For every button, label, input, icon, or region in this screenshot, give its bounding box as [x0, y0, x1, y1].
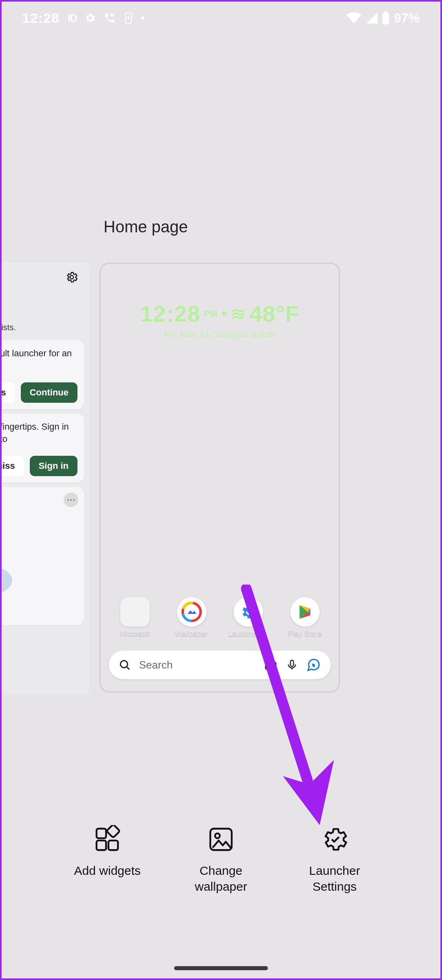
status-bar: 12:28 ID 97%	[2, 2, 440, 34]
app-label: Launcher …	[224, 630, 273, 638]
widget-ampm: PM	[204, 309, 218, 319]
folder-icon	[120, 597, 150, 627]
gear-icon[interactable]	[65, 271, 78, 285]
gear-icon	[84, 12, 96, 24]
phone-incoming-icon	[104, 12, 116, 24]
svg-point-11	[269, 664, 273, 668]
bing-chat-icon[interactable]	[306, 658, 321, 672]
glance-card-default-launcher: ult launcher for an miss Continue	[0, 340, 84, 409]
page-title: Home page	[104, 218, 188, 236]
wallpaper-icon	[177, 597, 206, 627]
app-label: Wallpaper	[167, 630, 216, 638]
launcher-settings-icon	[234, 597, 263, 627]
svg-point-3	[70, 276, 74, 279]
svg-rect-10	[265, 662, 276, 669]
app-launcher-settings[interactable]: Launcher …	[224, 597, 273, 638]
svg-rect-12	[290, 660, 294, 667]
card-text: ult launcher for an	[0, 347, 77, 360]
continue-button[interactable]: Continue	[21, 382, 77, 403]
svg-point-9	[120, 660, 128, 668]
search-placeholder: Search	[139, 659, 256, 671]
app-label: Play Store	[281, 630, 329, 638]
glance-card-signin: fingertips. Sign in to ismiss Sign in	[0, 413, 84, 483]
wallpaper-icon	[207, 825, 235, 854]
svg-rect-16	[106, 825, 120, 838]
separator-dot-icon: •	[221, 305, 228, 323]
svg-point-18	[215, 833, 220, 838]
glance-subheading: ents, and to-do lists.	[0, 323, 16, 332]
app-label: Microsoft	[110, 630, 159, 638]
settings-gear-icon	[320, 825, 349, 854]
play-store-icon	[290, 597, 320, 627]
id-icon: ID	[68, 12, 77, 24]
svg-rect-13	[97, 829, 106, 838]
widget-time: 12:28	[140, 300, 200, 327]
add-widgets-button[interactable]: Add widgets	[56, 825, 158, 894]
search-icon	[119, 659, 131, 671]
action-label: Change wallpaper	[170, 863, 272, 894]
svg-point-4	[0, 566, 12, 595]
widgets-icon	[93, 825, 122, 854]
card-text: fingertips. Sign in to	[0, 421, 77, 445]
app-play-store[interactable]: Play Store	[281, 597, 329, 638]
notification-dot-icon	[141, 16, 144, 20]
dismiss-button[interactable]: miss	[0, 382, 15, 403]
signin-button[interactable]: Sign in	[30, 456, 77, 476]
action-label: Add widgets	[56, 863, 158, 878]
more-icon[interactable]: ⋯	[64, 492, 78, 507]
app-wallpaper[interactable]: Wallpaper	[167, 597, 216, 638]
home-edit-actions: Add widgets Change wallpaper Launcher Se…	[2, 825, 440, 894]
search-bar[interactable]: Search	[109, 651, 331, 679]
weather-fog-icon: ≋	[231, 305, 246, 323]
action-label: Launcher Settings	[284, 863, 386, 894]
status-clock: 12:28	[22, 10, 60, 26]
download-update-icon	[123, 11, 134, 24]
change-wallpaper-button[interactable]: Change wallpaper	[170, 825, 272, 894]
widget-date-location: Fri, Nov 24 Srinagar South	[101, 329, 339, 340]
app-microsoft-folder[interactable]: Microsoft	[110, 597, 159, 638]
svg-rect-14	[97, 841, 106, 850]
app-dock: Microsoft Wallpaper Launcher … Play Stor…	[101, 597, 339, 638]
glance-pane[interactable]: on ents, and to-do lists. ult launcher f…	[0, 263, 90, 695]
battery-percent: 97%	[394, 11, 420, 26]
svg-rect-15	[108, 841, 118, 850]
signal-icon	[365, 12, 378, 24]
camera-icon[interactable]	[264, 658, 278, 672]
mic-icon[interactable]	[286, 658, 298, 672]
weather-clock-widget[interactable]: 12:28PM • ≋48°F Fri, Nov 24 Srinagar Sou…	[101, 300, 339, 340]
launcher-settings-button[interactable]: Launcher Settings	[284, 825, 386, 894]
calendar-illustration-icon	[0, 540, 16, 597]
dismiss-button[interactable]: ismiss	[0, 456, 24, 476]
wifi-icon	[347, 12, 361, 24]
home-screen-preview[interactable]: 12:28PM • ≋48°F Fri, Nov 24 Srinagar Sou…	[99, 263, 340, 693]
battery-icon	[382, 11, 390, 25]
svg-rect-1	[382, 13, 389, 24]
widget-temp: 48°F	[250, 300, 300, 327]
gesture-nav-handle[interactable]	[174, 966, 268, 970]
svg-rect-2	[384, 11, 387, 13]
